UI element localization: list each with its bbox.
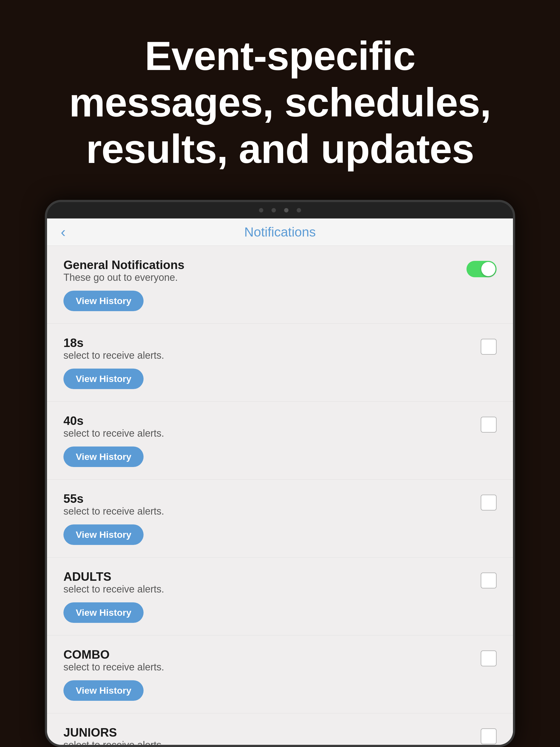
item-right-combo — [481, 648, 497, 666]
item-header-18s: 18s select to receive alerts. — [63, 336, 497, 364]
item-title-40s: 40s — [63, 414, 164, 428]
item-subtitle-general: These go out to everyone. — [63, 272, 184, 283]
camera-dot-1 — [259, 208, 263, 212]
item-text-18s: 18s select to receive alerts. — [63, 336, 164, 364]
hero-section: Event-specific messages, schedules, resu… — [0, 0, 560, 200]
back-chevron-icon: ‹ — [61, 223, 66, 240]
item-text-juniors: JUNIORS select to receive alerts. — [63, 726, 164, 745]
item-header-40s: 40s select to receive alerts. — [63, 414, 497, 442]
screen: ‹ Notifications General Notifications Th… — [47, 218, 513, 745]
notification-item-combo: COMBO select to receive alerts. View His… — [47, 636, 513, 713]
view-history-button-18s[interactable]: View History — [63, 368, 144, 389]
checkbox-combo[interactable] — [481, 650, 497, 666]
checkbox-18s[interactable] — [481, 339, 497, 355]
notification-item-juniors: JUNIORS select to receive alerts. — [47, 713, 513, 745]
checkbox-adults[interactable] — [481, 572, 497, 588]
item-subtitle-55s: select to receive alerts. — [63, 506, 164, 517]
item-title-adults: ADULTS — [63, 570, 164, 584]
item-right-general — [466, 258, 497, 277]
item-subtitle-combo: select to receive alerts. — [63, 662, 164, 673]
notification-item-55s: 55s select to receive alerts. View Histo… — [47, 480, 513, 558]
view-history-button-combo[interactable]: View History — [63, 680, 144, 701]
checkbox-55s[interactable] — [481, 495, 497, 511]
item-subtitle-18s: select to receive alerts. — [63, 350, 164, 361]
toggle-general[interactable] — [466, 261, 497, 277]
view-history-button-general[interactable]: View History — [63, 291, 144, 311]
item-text-combo: COMBO select to receive alerts. — [63, 648, 164, 676]
view-history-button-40s[interactable]: View History — [63, 446, 144, 467]
item-text-55s: 55s select to receive alerts. — [63, 492, 164, 520]
item-title-general: General Notifications — [63, 258, 184, 272]
item-right-55s — [481, 492, 497, 511]
camera-bar — [47, 202, 513, 218]
item-header-adults: ADULTS select to receive alerts. — [63, 570, 497, 598]
view-history-button-adults[interactable]: View History — [63, 602, 144, 623]
item-header-juniors: JUNIORS select to receive alerts. — [63, 726, 497, 745]
item-text-adults: ADULTS select to receive alerts. — [63, 570, 164, 598]
notification-list: General Notifications These go out to ev… — [47, 246, 513, 745]
item-header-55s: 55s select to receive alerts. — [63, 492, 497, 520]
item-right-juniors — [481, 726, 497, 744]
item-header-combo: COMBO select to receive alerts. — [63, 648, 497, 676]
camera-dot-2 — [272, 208, 276, 212]
item-right-18s — [481, 336, 497, 355]
view-history-button-55s[interactable]: View History — [63, 524, 144, 545]
checkbox-juniors[interactable] — [481, 728, 497, 744]
back-button[interactable]: ‹ — [61, 223, 66, 240]
notification-item-adults: ADULTS select to receive alerts. View Hi… — [47, 558, 513, 636]
notification-item-40s: 40s select to receive alerts. View Histo… — [47, 402, 513, 480]
item-right-40s — [481, 414, 497, 433]
tablet-device: ‹ Notifications General Notifications Th… — [45, 200, 515, 747]
nav-title: Notifications — [244, 225, 315, 239]
item-title-combo: COMBO — [63, 648, 164, 662]
checkbox-40s[interactable] — [481, 417, 497, 433]
item-right-adults — [481, 570, 497, 588]
item-subtitle-juniors: select to receive alerts. — [63, 739, 164, 745]
item-text-general: General Notifications These go out to ev… — [63, 258, 184, 286]
tablet-wrapper: ‹ Notifications General Notifications Th… — [45, 200, 515, 747]
camera-dot-3 — [284, 208, 288, 212]
item-subtitle-adults: select to receive alerts. — [63, 584, 164, 595]
item-title-55s: 55s — [63, 492, 164, 506]
item-subtitle-40s: select to receive alerts. — [63, 428, 164, 439]
item-header-general: General Notifications These go out to ev… — [63, 258, 497, 286]
item-text-40s: 40s select to receive alerts. — [63, 414, 164, 442]
notification-item-general: General Notifications These go out to ev… — [47, 246, 513, 324]
hero-title: Event-specific messages, schedules, resu… — [55, 33, 505, 173]
nav-bar: ‹ Notifications — [47, 218, 513, 246]
item-title-18s: 18s — [63, 336, 164, 350]
item-title-juniors: JUNIORS — [63, 726, 164, 739]
camera-dot-4 — [297, 208, 301, 212]
notification-item-18s: 18s select to receive alerts. View Histo… — [47, 324, 513, 402]
